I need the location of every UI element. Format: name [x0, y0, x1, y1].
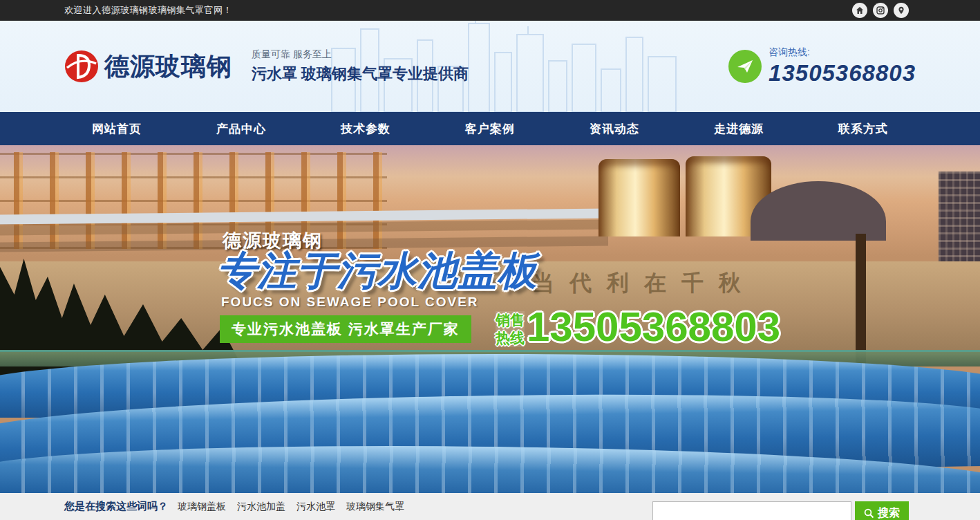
- hotline-label: 咨询热线:: [769, 46, 916, 59]
- nav-item-contact[interactable]: 联系方式: [801, 112, 925, 145]
- banner-subheadline: FOUCS ON SEWAGE POOL COVER: [221, 295, 479, 310]
- header-slogan: 质量可靠 服务至上 污水罩 玻璃钢集气罩专业提供商: [252, 48, 469, 84]
- magnifier-icon: [864, 508, 874, 519]
- top-bar: 欢迎进入德源玻璃钢玻璃钢集气罩官网！: [0, 0, 980, 21]
- company-name: 德源玻璃钢: [104, 50, 232, 84]
- social-icons: [852, 3, 909, 18]
- keyword-link[interactable]: 污水池加盖: [237, 501, 285, 513]
- nav-item-specs[interactable]: 技术参数: [303, 112, 428, 145]
- keyword-link[interactable]: 污水池罩: [296, 501, 335, 513]
- sales-label-top: 销售: [496, 311, 525, 329]
- slogan-line1: 质量可靠 服务至上: [252, 48, 469, 61]
- banner-tagline-button[interactable]: 专业污水池盖板 污水罩生产厂家: [220, 315, 471, 343]
- logo[interactable]: 德源玻璃钢: [64, 50, 232, 84]
- refinery-towers-art: [0, 152, 387, 249]
- nav-item-news[interactable]: 资讯动态: [552, 112, 677, 145]
- location-icon[interactable]: [894, 3, 909, 18]
- header-hotline: 咨询热线: 13505368803: [728, 46, 916, 86]
- nav-item-home[interactable]: 网站首页: [55, 112, 179, 145]
- main-nav: 网站首页 产品中心 技术参数 客户案例 资讯动态 走进德源 联系方式: [0, 112, 980, 145]
- search-button[interactable]: 搜索: [855, 501, 909, 520]
- nav-item-cases[interactable]: 客户案例: [428, 112, 552, 145]
- welcome-text: 欢迎进入德源玻璃钢玻璃钢集气罩官网！: [64, 4, 232, 17]
- slogan-line2: 污水罩 玻璃钢集气罩专业提供商: [252, 64, 469, 84]
- hero-banner: 当代利在千秋 德源玻璃钢 专注于污水池盖板 FOUCS ON SEWAGE PO…: [0, 145, 980, 493]
- search-bar: 您是在搜索这些词吗？ 玻璃钢盖板 污水池加盖 污水池罩 玻璃钢集气罩 搜索: [0, 493, 980, 520]
- camera-icon[interactable]: [873, 3, 888, 18]
- hotline-number: 13505368803: [769, 60, 916, 86]
- home-icon[interactable]: [852, 3, 867, 18]
- keyword-link[interactable]: 玻璃钢集气罩: [346, 501, 404, 513]
- banner-headline: 专注于污水池盖板: [217, 245, 538, 298]
- search-input[interactable]: [652, 501, 851, 520]
- site-header: 德源玻璃钢 质量可靠 服务至上 污水罩 玻璃钢集气罩专业提供商 咨询热线: 13…: [0, 21, 980, 112]
- paper-plane-icon: [728, 50, 762, 83]
- nav-item-about[interactable]: 走进德源: [677, 112, 801, 145]
- oil-tank-art: [599, 159, 680, 236]
- keyword-link[interactable]: 玻璃钢盖板: [178, 501, 226, 513]
- sales-hotline-number: 13505368803: [527, 303, 780, 351]
- search-button-label: 搜索: [878, 506, 900, 520]
- sales-label-bottom: 热线: [496, 329, 525, 347]
- logo-icon: [64, 50, 99, 83]
- search-prompt: 您是在搜索这些词吗？: [64, 500, 168, 513]
- sales-hotline-label: 销售 热线: [496, 311, 525, 347]
- nav-item-products[interactable]: 产品中心: [179, 112, 303, 145]
- wall-slogan-text: 当代利在千秋: [532, 268, 756, 299]
